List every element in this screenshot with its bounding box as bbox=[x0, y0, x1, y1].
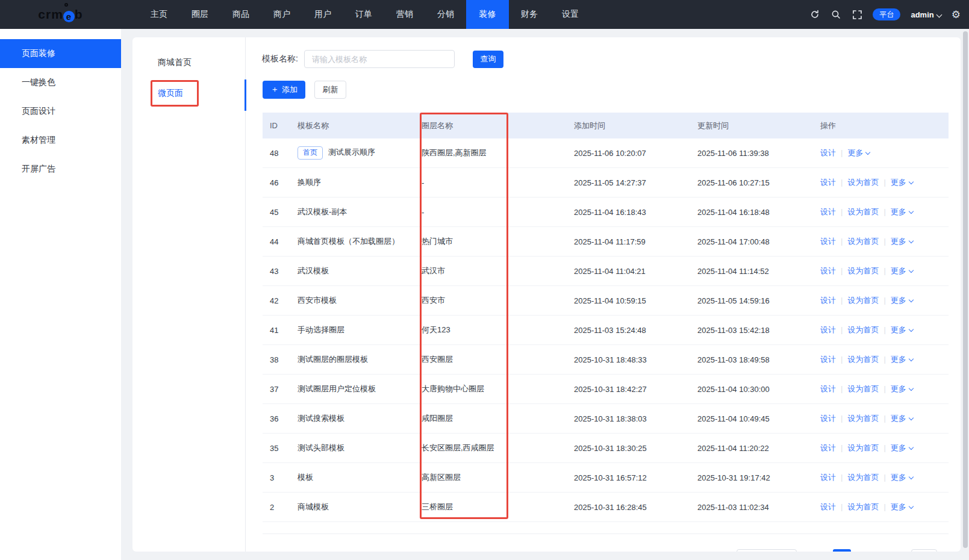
more-link[interactable]: 更多 bbox=[891, 325, 913, 334]
sidebar-item-2[interactable]: 页面设计 bbox=[0, 97, 121, 126]
topnav-item-2[interactable]: 商品 bbox=[220, 0, 261, 29]
cell-actions: 设计|设为首页|更多 bbox=[813, 236, 949, 247]
design-link[interactable]: 设计 bbox=[820, 384, 836, 393]
cell-updated-time: 2025-11-04 17:00:48 bbox=[690, 237, 813, 246]
cell-id: 44 bbox=[263, 237, 290, 246]
subnav-item-micro-page[interactable]: 微页面 bbox=[132, 88, 183, 99]
admin-user-menu[interactable]: admin bbox=[911, 10, 941, 19]
subnav-item-mall-home[interactable]: 商城首页 bbox=[132, 57, 192, 68]
set-home-link[interactable]: 设为首页 bbox=[847, 473, 879, 482]
design-link[interactable]: 设计 bbox=[820, 296, 836, 305]
cell-template-name: 手动选择圈层 bbox=[290, 325, 414, 335]
set-home-link[interactable]: 设为首页 bbox=[847, 443, 879, 452]
add-button[interactable]: ＋添加 bbox=[263, 81, 305, 99]
more-link[interactable]: 更多 bbox=[891, 266, 913, 275]
app-logo[interactable]: crmeb bbox=[0, 0, 121, 29]
chevron-down-icon bbox=[936, 11, 942, 17]
topnav-item-10[interactable]: 设置 bbox=[550, 0, 591, 29]
cell-circle-name: 咸阳圈层 bbox=[414, 413, 567, 424]
more-link[interactable]: 更多 bbox=[891, 237, 913, 246]
set-home-link[interactable]: 设为首页 bbox=[847, 355, 879, 364]
column-header-4: 添加时间 bbox=[567, 120, 690, 131]
set-home-link[interactable]: 设为首页 bbox=[847, 296, 879, 305]
chevron-down-icon bbox=[909, 209, 914, 214]
platform-badge[interactable]: 平台 bbox=[873, 8, 900, 20]
design-link[interactable]: 设计 bbox=[820, 443, 836, 452]
template-name-input[interactable] bbox=[304, 50, 455, 68]
action-separator: | bbox=[883, 443, 885, 452]
topnav-item-6[interactable]: 营销 bbox=[384, 0, 425, 29]
table-row: 48首页测试展示顺序陕西圈层,高新圈层2025-11-06 10:20:0720… bbox=[263, 138, 949, 168]
pagination-page-1-button[interactable] bbox=[833, 549, 851, 552]
chevron-down-icon bbox=[909, 445, 914, 450]
more-link[interactable]: 更多 bbox=[891, 355, 913, 364]
table-row: 46换顺序-2025-11-05 14:27:372025-11-06 10:2… bbox=[263, 168, 949, 198]
topnav-item-0[interactable]: 主页 bbox=[139, 0, 179, 29]
set-home-link[interactable]: 设为首页 bbox=[847, 266, 879, 275]
topnav-item-1[interactable]: 圈层 bbox=[179, 0, 220, 29]
cell-updated-time: 2025-11-03 15:42:18 bbox=[690, 326, 813, 335]
action-separator: | bbox=[841, 178, 843, 187]
sidebar-item-4[interactable]: 开屏广告 bbox=[0, 155, 121, 184]
more-link[interactable]: 更多 bbox=[891, 384, 913, 393]
toolbar: ＋添加 刷新 bbox=[263, 81, 961, 99]
cell-id: 37 bbox=[263, 385, 290, 394]
design-link[interactable]: 设计 bbox=[820, 148, 836, 157]
set-home-link[interactable]: 设为首页 bbox=[847, 384, 879, 393]
topnav-item-5[interactable]: 订单 bbox=[343, 0, 384, 29]
more-link[interactable]: 更多 bbox=[891, 414, 913, 423]
design-link[interactable]: 设计 bbox=[820, 207, 836, 216]
fullscreen-icon[interactable] bbox=[852, 9, 862, 20]
design-link[interactable]: 设计 bbox=[820, 178, 836, 187]
cell-id: 43 bbox=[263, 267, 290, 276]
pagination-per-page-select[interactable] bbox=[737, 549, 797, 552]
logo-ring-icon bbox=[64, 3, 68, 7]
set-home-link[interactable]: 设为首页 bbox=[847, 414, 879, 423]
sidebar-item-3[interactable]: 素材管理 bbox=[0, 126, 121, 155]
topnav-item-3[interactable]: 商户 bbox=[261, 0, 302, 29]
set-home-link[interactable]: 设为首页 bbox=[847, 502, 879, 511]
refresh-icon[interactable] bbox=[809, 9, 820, 20]
column-header-2: 模板名称 bbox=[290, 120, 414, 131]
pagination-next-button[interactable] bbox=[911, 549, 937, 552]
cell-actions: 设计|设为首页|更多 bbox=[813, 472, 949, 483]
topnav-item-7[interactable]: 分销 bbox=[425, 0, 466, 29]
vertical-scrollbar[interactable] bbox=[963, 31, 968, 548]
design-link[interactable]: 设计 bbox=[820, 473, 836, 482]
refresh-button[interactable]: 刷新 bbox=[314, 81, 346, 99]
more-link[interactable]: 更多 bbox=[891, 178, 913, 187]
design-link[interactable]: 设计 bbox=[820, 414, 836, 423]
design-link[interactable]: 设计 bbox=[820, 502, 836, 511]
design-link[interactable]: 设计 bbox=[820, 355, 836, 364]
set-home-link[interactable]: 设为首页 bbox=[847, 325, 879, 334]
topnav-item-8[interactable]: 装修 bbox=[466, 0, 509, 29]
cell-template-name: 测试圈层用户定位模板 bbox=[290, 384, 414, 394]
sidebar-item-0[interactable]: 页面装修 bbox=[0, 39, 121, 68]
cell-actions: 设计|设为首页|更多 bbox=[813, 354, 949, 365]
design-link[interactable]: 设计 bbox=[820, 266, 836, 275]
more-link[interactable]: 更多 bbox=[891, 443, 913, 452]
template-name-text: 测试展示顺序 bbox=[328, 148, 375, 157]
topnav-item-9[interactable]: 财务 bbox=[509, 0, 550, 29]
search-icon[interactable] bbox=[830, 9, 841, 20]
more-link[interactable]: 更多 bbox=[891, 207, 913, 216]
more-link[interactable]: 更多 bbox=[891, 473, 913, 482]
more-link[interactable]: 更多 bbox=[891, 502, 913, 511]
query-button[interactable]: 查询 bbox=[473, 51, 503, 68]
design-link[interactable]: 设计 bbox=[820, 325, 836, 334]
cell-created-time: 2025-11-04 11:17:59 bbox=[567, 237, 690, 246]
gear-icon[interactable]: ⚙ bbox=[952, 10, 961, 20]
home-badge[interactable]: 首页 bbox=[298, 146, 323, 160]
more-link[interactable]: 更多 bbox=[891, 296, 913, 305]
top-navigation-bar: crmeb 主页圈层商品商户用户订单营销分销装修财务设置 平台 admin ⚙ bbox=[0, 0, 969, 29]
set-home-link[interactable]: 设为首页 bbox=[847, 178, 879, 187]
more-link[interactable]: 更多 bbox=[847, 148, 870, 157]
action-separator: | bbox=[883, 384, 885, 393]
topnav-item-4[interactable]: 用户 bbox=[302, 0, 343, 29]
design-link[interactable]: 设计 bbox=[820, 237, 836, 246]
action-separator: | bbox=[841, 237, 843, 246]
table-row: 3模板高新区圈层2025-10-31 16:57:122025-10-31 19… bbox=[263, 463, 949, 493]
set-home-link[interactable]: 设为首页 bbox=[847, 207, 879, 216]
set-home-link[interactable]: 设为首页 bbox=[847, 237, 879, 246]
sidebar-item-1[interactable]: 一键换色 bbox=[0, 68, 121, 97]
